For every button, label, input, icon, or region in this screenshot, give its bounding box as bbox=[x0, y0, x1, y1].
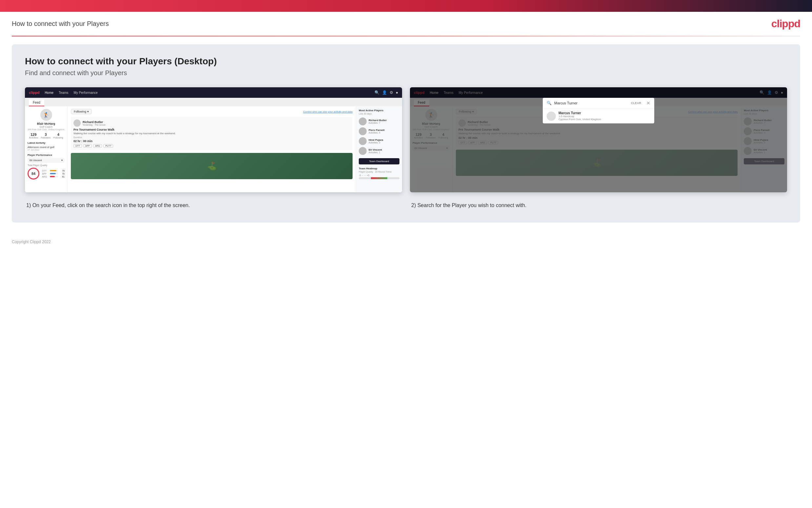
tag-putt: PUTT bbox=[103, 144, 113, 148]
header-divider bbox=[12, 36, 800, 36]
user-icon[interactable]: 👤 bbox=[382, 90, 387, 95]
activity-title: Pre Tournament Course Walk bbox=[74, 128, 350, 131]
player-name-0: Richard Butler bbox=[369, 119, 387, 122]
feed-tab[interactable]: Feed bbox=[29, 99, 44, 106]
app-left-panel: 🏌 Blair McHarg Golf Coach Mill Ride Golf… bbox=[25, 106, 67, 192]
activity-duration-label: Duration bbox=[74, 136, 350, 138]
latest-activity-label: Latest Activity bbox=[28, 141, 64, 144]
profile-avatar: 🏌 bbox=[40, 109, 52, 121]
dropdown-icon: ▾ bbox=[61, 159, 63, 162]
app-right-panel: Most Active Players Last 30 days Richard… bbox=[356, 106, 402, 192]
caption-2: 2) Search for the Player you wish to con… bbox=[410, 202, 787, 209]
caption-text-2: 2) Search for the Player you wish to con… bbox=[411, 202, 786, 209]
nav-teams[interactable]: Teams bbox=[59, 91, 68, 94]
search-result-item[interactable]: Marcus Turner 1-5 Handicap Cypress Point… bbox=[543, 109, 654, 123]
profile-name: Blair McHarg bbox=[28, 122, 64, 125]
following-button[interactable]: Following ▾ bbox=[71, 109, 92, 114]
search-icon[interactable]: 🔍 bbox=[375, 90, 379, 95]
search-input-value[interactable]: Marcus Turner bbox=[554, 101, 628, 105]
app-nav-1: clippd Home Teams My Performance 🔍 👤 ⚙ ● bbox=[25, 87, 402, 98]
arg-bar-row: ARG 61 bbox=[42, 176, 64, 178]
caption-1: 1) On your Feed, click on the search ico… bbox=[25, 202, 402, 209]
search-close-button[interactable]: ✕ bbox=[647, 100, 650, 106]
arg-number: 61 bbox=[59, 176, 64, 178]
app-label: APP bbox=[42, 173, 49, 175]
active-player-2: Hiral Pujara Activities: 3 bbox=[359, 137, 399, 145]
settings-icon[interactable]: ⚙ bbox=[390, 90, 393, 95]
search-result-name: Marcus Turner bbox=[559, 111, 601, 115]
active-player-3: Eli Vincent Activities: 1 bbox=[359, 147, 399, 155]
score-circle: 84 bbox=[28, 168, 39, 179]
activity-avatar bbox=[74, 120, 81, 127]
heatmap-bar-1 bbox=[359, 177, 399, 179]
player-performance-label: Player Performance bbox=[28, 154, 64, 157]
mock-app-1: clippd Home Teams My Performance 🔍 👤 ⚙ ●… bbox=[25, 87, 402, 192]
team-heatmap-subtitle: Player Quality · 20 Round Trend bbox=[359, 171, 399, 173]
player-name-1: Piers Parnell bbox=[369, 129, 384, 132]
activity-desc: Walking the course with my coach to buil… bbox=[74, 132, 350, 135]
ott-bar-fill bbox=[50, 170, 56, 171]
player-avatar-2 bbox=[359, 137, 367, 145]
stat-activities: 129 Activities bbox=[29, 133, 38, 139]
profile-club: Mill Ride Golf Club, United Kingdom bbox=[28, 128, 64, 131]
active-player-1: Piers Parnell Activities: 4 bbox=[359, 127, 399, 135]
screenshot-1: clippd Home Teams My Performance 🔍 👤 ⚙ ●… bbox=[25, 87, 402, 192]
caption-text-1: 1) On your Feed, click on the search ico… bbox=[26, 202, 401, 209]
activity-tags: OTT APP ARG PUTT bbox=[74, 144, 350, 148]
search-result-club: Cypress Point Club, United Kingdom bbox=[559, 118, 601, 121]
mock-app-2: clippd Home Teams My Performance 🔍 👤 ⚙ ●… bbox=[410, 87, 787, 192]
app-bar-fill bbox=[50, 173, 56, 174]
following-chevron: ▾ bbox=[87, 110, 89, 113]
avatar-icon[interactable]: ● bbox=[396, 90, 398, 95]
screenshots-row: clippd Home Teams My Performance 🔍 👤 ⚙ ●… bbox=[25, 87, 787, 192]
player-selected[interactable]: Eli Vincent ▾ bbox=[28, 158, 64, 163]
tag-ott: OTT bbox=[74, 144, 82, 148]
search-input-row: 🔍 Marcus Turner CLEAR ✕ bbox=[543, 98, 654, 109]
app-logo-1: clippd bbox=[29, 91, 39, 94]
big-score: 84 OTT 79 APP bbox=[28, 168, 64, 179]
main-content: How to connect with your Players (Deskto… bbox=[12, 44, 800, 222]
control-link[interactable]: Control who can see your activity and da… bbox=[303, 110, 352, 113]
app-body-1: 🏌 Blair McHarg Golf Coach Mill Ride Golf… bbox=[25, 106, 402, 192]
player-avatar-1 bbox=[359, 127, 367, 135]
app-bar-bg bbox=[50, 173, 58, 174]
heatmap-fill-1 bbox=[371, 177, 387, 179]
activity-time: 02 hr : 00 min bbox=[74, 139, 350, 143]
activity-user-name: Richard Butler bbox=[83, 120, 106, 124]
ott-label: OTT bbox=[42, 170, 49, 172]
feed-tab-wrapper: Feed bbox=[25, 98, 402, 106]
search-bar-icon: 🔍 bbox=[547, 101, 552, 105]
nav-my-performance[interactable]: My Performance bbox=[74, 91, 98, 94]
search-result-handicap: 1-5 Handicap bbox=[559, 115, 601, 118]
selected-player-name: Eli Vincent bbox=[30, 159, 42, 162]
main-subtitle: Find and connect with your Players bbox=[25, 69, 787, 77]
following-label: Following bbox=[74, 110, 86, 113]
main-title: How to connect with your Players (Deskto… bbox=[25, 56, 787, 67]
stat-following: 4 Following bbox=[53, 133, 63, 139]
copyright: Copyright Clippd 2022 bbox=[12, 240, 51, 244]
most-active-subtitle: Last 30 days bbox=[359, 113, 399, 115]
app-bar-row: APP 70 bbox=[42, 173, 64, 175]
arg-bar-fill bbox=[50, 176, 55, 177]
team-heatmap-title: Team Heatmap bbox=[359, 167, 399, 170]
latest-date: 27 Jul 2022 bbox=[28, 149, 64, 151]
page-title: How to connect with your Players bbox=[12, 20, 109, 28]
tag-arg: ARG bbox=[93, 144, 102, 148]
profile-role: Golf Coach bbox=[28, 125, 64, 128]
activity-location: Yesterday · The Grove bbox=[83, 124, 106, 126]
footer: Copyright Clippd 2022 bbox=[0, 234, 812, 249]
player-name-2: Hiral Pujara bbox=[369, 138, 383, 141]
search-clear-button[interactable]: CLEAR bbox=[631, 101, 641, 105]
stat-followers: 3 Followers bbox=[41, 133, 51, 139]
header: How to connect with your Players clippd bbox=[0, 12, 812, 36]
nav-home[interactable]: Home bbox=[45, 91, 53, 94]
heatmap-bg-1 bbox=[359, 177, 399, 179]
ott-number: 79 bbox=[59, 170, 64, 172]
team-dashboard-button[interactable]: Team Dashboard bbox=[359, 158, 399, 164]
player-stat-1: Activities: 4 bbox=[369, 132, 384, 134]
caption-row: 1) On your Feed, click on the search ico… bbox=[25, 202, 787, 209]
ott-bar-bg bbox=[50, 170, 58, 171]
app-number: 70 bbox=[59, 173, 64, 175]
following-row: Following ▾ Control who can see your act… bbox=[71, 109, 352, 114]
tag-app: APP bbox=[83, 144, 92, 148]
